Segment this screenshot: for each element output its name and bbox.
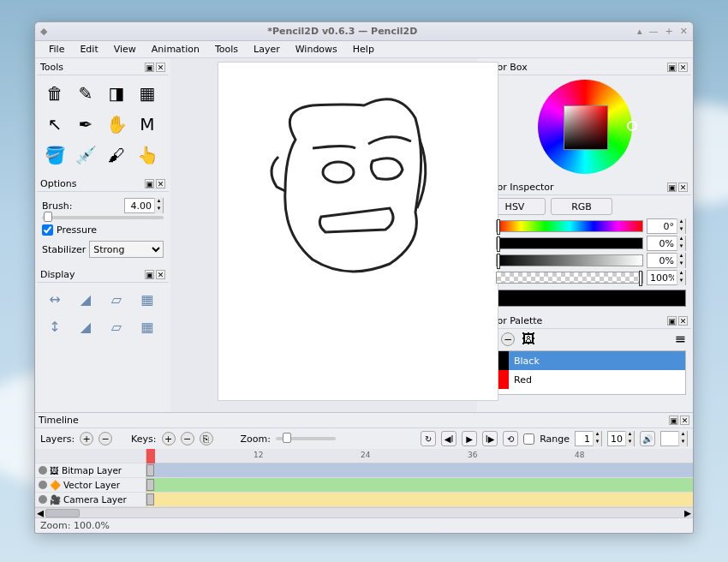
hue-stepper[interactable]: ▴▾ [647, 218, 686, 234]
last-frame-button[interactable]: I▶ [482, 431, 498, 446]
stepper-down-icon[interactable]: ▾ [154, 206, 163, 213]
stabilizer-select[interactable]: Strong [89, 241, 164, 258]
layer-row[interactable]: 🖼Bitmap Layer [35, 463, 146, 478]
menu-tools[interactable]: Tools [208, 42, 245, 57]
close-panel-icon[interactable]: ✕ [678, 182, 688, 192]
brush-size-slider[interactable] [42, 216, 164, 219]
polyline-tool[interactable]: M [133, 110, 162, 139]
undock-icon[interactable]: ▣ [667, 182, 677, 192]
remove-key-button[interactable]: − [181, 432, 194, 445]
layer-row[interactable]: 🎥Camera Layer [35, 493, 146, 507]
keyframe[interactable] [146, 493, 154, 505]
close-icon[interactable]: ✕ [680, 26, 688, 37]
move-tool[interactable]: ↖ [40, 110, 69, 139]
clear-tool[interactable]: 🗑 [40, 79, 69, 108]
layer-row[interactable]: 🔶Vector Layer [35, 478, 146, 493]
minimize-icon[interactable]: — [649, 26, 659, 37]
eyedropper-tool[interactable]: 💉 [71, 140, 100, 170]
remove-layer-button[interactable]: − [98, 432, 112, 445]
canvas-area[interactable]: ✶ [170, 58, 477, 412]
hue-slider[interactable] [496, 220, 643, 232]
drawing-canvas[interactable] [218, 62, 498, 401]
color-wheel[interactable] [538, 80, 632, 174]
add-layer-button[interactable]: + [80, 432, 93, 445]
menu-view[interactable]: View [107, 42, 143, 57]
grid1-icon[interactable]: ▱ [102, 286, 131, 312]
flip-h-icon[interactable]: ↔ [40, 286, 69, 312]
app-menu-icon[interactable]: ◆ [40, 26, 47, 37]
play-button[interactable]: ▶ [462, 431, 477, 446]
bucket-tool[interactable]: 🪣 [40, 140, 69, 170]
brush-tool[interactable]: 🖌 [102, 140, 131, 170]
remove-palette-color-button[interactable]: − [501, 332, 515, 346]
close-panel-icon[interactable]: ✕ [156, 179, 165, 188]
undock-icon[interactable]: ▣ [145, 179, 154, 188]
marquee-tool[interactable]: ▦ [133, 79, 162, 108]
fps-stepper[interactable]: ▴▾ [660, 431, 688, 446]
pin-icon[interactable]: ▴ [637, 26, 642, 37]
timeline-track[interactable] [146, 478, 693, 493]
undock-icon[interactable]: ▣ [145, 270, 154, 279]
undock-icon[interactable]: ▣ [669, 416, 678, 425]
val-stepper[interactable]: ▴▾ [647, 253, 686, 268]
menu-windows[interactable]: Windows [289, 42, 344, 57]
palette-list[interactable]: BlackRed [484, 350, 686, 395]
menu-file[interactable]: File [42, 42, 71, 57]
timeline-scrollbar[interactable]: ◂ ▸ [35, 507, 693, 517]
loop-range-button[interactable]: ⟲ [503, 431, 518, 446]
visibility-icon[interactable] [39, 466, 47, 475]
menu-edit[interactable]: Edit [73, 42, 104, 57]
timeline-ruler[interactable]: 12243648 [146, 449, 693, 463]
visibility-icon[interactable] [39, 481, 47, 489]
sat-stepper[interactable]: ▴▾ [647, 236, 686, 251]
close-panel-icon[interactable]: ✕ [678, 316, 688, 326]
onion-prev-icon[interactable]: ◢ [71, 286, 100, 312]
range-checkbox[interactable] [523, 433, 534, 445]
palette-menu-icon[interactable]: ≡ [675, 331, 686, 347]
menu-animation[interactable]: Animation [145, 42, 206, 57]
loop-button[interactable]: ↻ [421, 431, 436, 446]
first-frame-button[interactable]: ◀I [441, 431, 456, 446]
undock-icon[interactable]: ▣ [667, 316, 677, 326]
playhead[interactable] [146, 449, 155, 463]
hand-tool[interactable]: ✋ [102, 110, 131, 139]
keyframe[interactable] [146, 479, 154, 491]
menu-layer[interactable]: Layer [247, 42, 287, 57]
add-key-button[interactable]: + [162, 432, 176, 445]
range-from-stepper[interactable]: ▴▾ [575, 431, 602, 446]
menu-help[interactable]: Help [346, 42, 381, 57]
timeline-track[interactable] [146, 493, 693, 507]
maximize-icon[interactable]: + [665, 26, 673, 37]
flip-v-icon[interactable]: ↕ [40, 314, 69, 339]
close-panel-icon[interactable]: ✕ [156, 63, 165, 72]
scrollbar-thumb[interactable] [45, 509, 80, 517]
sound-button[interactable]: 🔊 [640, 431, 655, 446]
tab-rgb[interactable]: RGB [551, 198, 612, 215]
palette-item[interactable]: Black [485, 351, 685, 370]
palette-view-icon[interactable]: 🖼 [522, 331, 535, 347]
alpha-stepper[interactable]: ▴▾ [647, 270, 686, 285]
brush-size-input[interactable] [125, 200, 154, 212]
onion-next-icon[interactable]: ◢ [71, 314, 100, 339]
duplicate-key-button[interactable]: ⎘ [200, 432, 213, 445]
alpha-slider[interactable] [496, 272, 643, 284]
brush-size-stepper[interactable]: ▴▾ [124, 198, 164, 213]
timeline-zoom-slider[interactable] [276, 437, 336, 440]
eraser-tool[interactable]: ◨ [102, 79, 131, 108]
pen-tool[interactable]: ✒ [71, 110, 100, 139]
smudge-tool[interactable]: 👆 [133, 140, 162, 170]
val-slider[interactable] [496, 254, 643, 266]
overlay1-icon[interactable]: ▦ [133, 286, 162, 312]
pencil-tool[interactable]: ✎ [71, 79, 100, 108]
undock-icon[interactable]: ▣ [145, 63, 154, 72]
wheel-handle[interactable] [627, 121, 637, 131]
close-panel-icon[interactable]: ✕ [678, 63, 688, 72]
pressure-checkbox[interactable] [42, 224, 53, 236]
grid2-icon[interactable]: ▱ [102, 314, 131, 339]
sat-slider[interactable] [496, 237, 643, 249]
close-panel-icon[interactable]: ✕ [680, 416, 689, 425]
timeline-track[interactable] [146, 463, 693, 478]
range-to-stepper[interactable]: ▴▾ [607, 431, 635, 446]
undock-icon[interactable]: ▣ [667, 63, 677, 72]
overlay2-icon[interactable]: ▦ [133, 314, 162, 339]
